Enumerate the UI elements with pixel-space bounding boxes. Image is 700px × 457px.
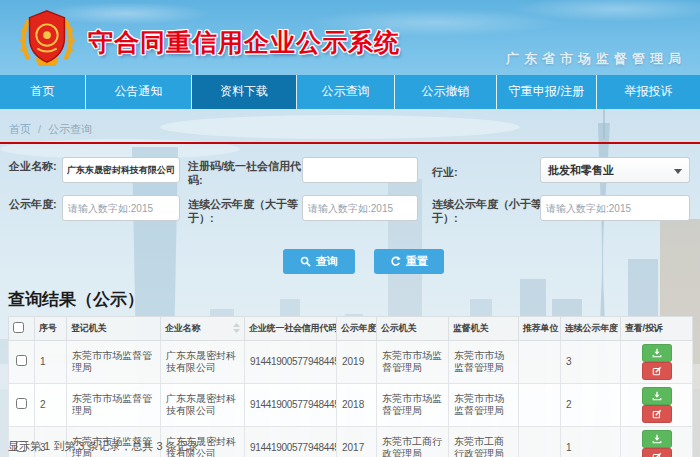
col-company-name[interactable]: 企业名称 xyxy=(161,317,245,341)
cell-consecutive-years: 3 xyxy=(561,341,621,384)
breadcrumb: 首页 / 公示查询 xyxy=(9,122,92,137)
nav-item-home[interactable]: 首页 xyxy=(0,75,86,109)
row-checkbox[interactable] xyxy=(16,398,27,409)
refresh-icon xyxy=(390,256,401,267)
label-company-name: 企业名称: xyxy=(9,159,63,173)
record-count-summary: 显示第 1 到第 3 条记录，总共 3 条记录 xyxy=(8,439,199,454)
cell-publicity-year: 2017 xyxy=(337,427,377,457)
col-recommend-unit: 推荐单位 xyxy=(519,317,561,341)
label-credit-code: 注册码/统一社会信用代码: xyxy=(188,159,306,187)
industry-select-value: 批发和零售业 xyxy=(548,164,614,176)
nav-item-publicity-revoke[interactable]: 公示撤销 xyxy=(395,75,497,109)
cell-company-name: 广东东晟密封科技有限公司 xyxy=(161,341,245,384)
cell-recommend-unit xyxy=(519,341,561,384)
reset-button-label: 重置 xyxy=(406,254,428,269)
download-icon xyxy=(652,348,662,358)
table-row: 2 东莞市市场监督管理局 广东东晟密封科技有限公司 91441900577948… xyxy=(9,384,693,427)
download-icon xyxy=(652,391,662,401)
consecutive-year-lte-input[interactable] xyxy=(540,195,690,221)
view-button[interactable] xyxy=(642,344,672,362)
cell-publicity-org: 东莞市市场监督管理局 xyxy=(377,341,449,384)
reset-button[interactable]: 重置 xyxy=(374,249,444,274)
cell-publicity-year: 2019 xyxy=(337,341,377,384)
search-button[interactable]: 查询 xyxy=(283,249,355,274)
red-divider xyxy=(0,142,700,144)
breadcrumb-separator: / xyxy=(38,123,41,135)
caret-down-icon xyxy=(674,169,682,174)
edit-icon xyxy=(652,452,662,457)
row-checkbox[interactable] xyxy=(16,355,27,366)
col-publicity-year: 公示年度 xyxy=(337,317,377,341)
select-all-checkbox[interactable] xyxy=(13,322,24,333)
search-icon xyxy=(300,256,311,267)
col-company-name-label: 企业名称 xyxy=(165,323,200,333)
label-consecutive-year-lte: 连续公示年度（小于等于）: xyxy=(432,197,544,225)
col-credit-code: 企业统一社会信用代码 xyxy=(245,317,337,341)
cell-consecutive-years: 1 xyxy=(561,427,621,457)
complaint-button[interactable] xyxy=(642,448,672,457)
cell-supervise-org: 东莞市市场监督管理局 xyxy=(449,384,519,427)
complaint-button[interactable] xyxy=(642,405,672,423)
sort-icon xyxy=(233,323,240,333)
industry-select[interactable]: 批发和零售业 xyxy=(540,157,690,183)
agency-emblem-icon xyxy=(16,5,78,69)
edit-icon xyxy=(652,366,662,376)
cell-company-name: 广东东晟密封科技有限公司 xyxy=(161,384,245,427)
cell-recommend-unit xyxy=(519,427,561,457)
page-content: 首页 / 公示查询 企业名称: 注册码/统一社会信用代码: 行业: 批发和零售业… xyxy=(0,109,700,457)
nav-item-announcements[interactable]: 公告通知 xyxy=(86,75,192,109)
cell-supervise-org: 东莞市市场监督管理局 xyxy=(449,341,519,384)
consecutive-year-gte-input[interactable] xyxy=(302,195,418,221)
nav-item-publicity-query[interactable]: 公示查询 xyxy=(297,75,395,109)
view-button[interactable] xyxy=(642,387,672,405)
table-header-row: 序号 登记机关 企业名称 企业统一社会信用代码 公示年度 公示机关 监督机关 推… xyxy=(9,317,693,341)
label-publicity-year: 公示年度: xyxy=(9,197,63,211)
publicity-year-input[interactable] xyxy=(62,195,180,221)
complaint-button[interactable] xyxy=(642,362,672,380)
breadcrumb-current: 公示查询 xyxy=(48,123,92,135)
cell-supervise-org: 东莞市工商行政管理局 xyxy=(449,427,519,457)
cell-recommend-unit xyxy=(519,384,561,427)
results-table: 序号 登记机关 企业名称 企业统一社会信用代码 公示年度 公示机关 监督机关 推… xyxy=(8,316,693,457)
page-header: 守合同重信用企业公示系统 广东省市场监督管理局 xyxy=(0,0,700,75)
credit-code-input[interactable] xyxy=(302,157,418,183)
col-seq: 序号 xyxy=(35,317,67,341)
table-row: 1 东莞市市场监督管理局 广东东晟密封科技有限公司 91441900577948… xyxy=(9,341,693,384)
cell-consecutive-years: 2 xyxy=(561,384,621,427)
col-publicity-org: 公示机关 xyxy=(377,317,449,341)
nav-item-report-complaint[interactable]: 举报投诉 xyxy=(597,75,700,109)
col-registration-org: 登记机关 xyxy=(67,317,161,341)
col-supervise-org: 监督机关 xyxy=(449,317,519,341)
cell-seq: 2 xyxy=(35,384,67,427)
nav-item-downloads[interactable]: 资料下载 xyxy=(192,75,297,109)
cell-publicity-org: 东莞市工商行政管理局 xyxy=(377,427,449,457)
cell-credit-code: 91441900577948445N xyxy=(245,341,337,384)
cell-publicity-org: 东莞市市场监督管理局 xyxy=(377,384,449,427)
download-icon xyxy=(652,434,662,444)
cell-publicity-year: 2018 xyxy=(337,384,377,427)
col-consecutive-years: 连续公示年度 xyxy=(561,317,621,341)
cell-seq: 1 xyxy=(35,341,67,384)
label-industry: 行业: xyxy=(432,165,532,179)
cell-credit-code: 91441900577948445N xyxy=(245,427,337,457)
view-button[interactable] xyxy=(642,430,672,448)
edit-icon xyxy=(652,409,662,419)
cell-credit-code: 91441900577948445N xyxy=(245,384,337,427)
search-button-label: 查询 xyxy=(316,254,338,269)
col-view-complaint: 查看/投诉 xyxy=(621,317,693,341)
main-nav: 首页 公告通知 资料下载 公示查询 公示撤销 守重申报/注册 举报投诉 xyxy=(0,75,700,109)
site-title: 守合同重信用企业公示系统 xyxy=(88,26,400,59)
cell-registration-org: 东莞市市场监督管理局 xyxy=(67,384,161,427)
label-consecutive-year-gte: 连续公示年度（大于等于）: xyxy=(188,197,306,225)
breadcrumb-home-link[interactable]: 首页 xyxy=(9,123,31,135)
cell-registration-org: 东莞市市场监督管理局 xyxy=(67,341,161,384)
nav-item-declare-register[interactable]: 守重申报/注册 xyxy=(497,75,597,109)
organization-name: 广东省市场监督管理局 xyxy=(506,50,686,68)
company-name-input[interactable] xyxy=(62,157,180,183)
results-title: 查询结果（公示） xyxy=(8,288,144,311)
